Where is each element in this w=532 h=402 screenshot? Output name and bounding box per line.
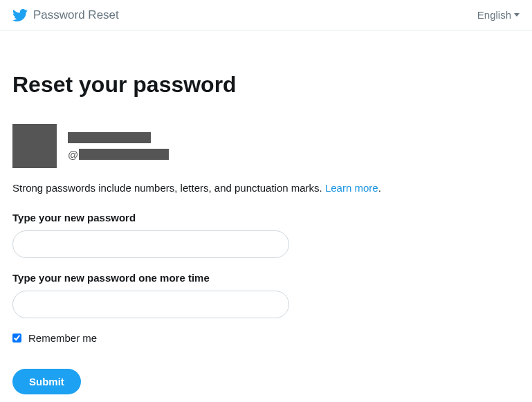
twitter-bird-icon — [12, 8, 28, 23]
submit-button[interactable]: Submit — [12, 369, 81, 394]
page-title: Reset your password — [12, 72, 520, 98]
handle-redacted — [79, 149, 169, 160]
user-text: @ — [68, 132, 169, 161]
remember-me-row: Remember me — [12, 332, 520, 344]
at-sign: @ — [68, 149, 78, 161]
user-info-block: @ — [12, 124, 520, 168]
learn-more-link[interactable]: Learn more — [325, 182, 378, 194]
language-label: English — [477, 9, 511, 21]
chevron-down-icon — [514, 13, 520, 17]
period: . — [378, 182, 381, 194]
header-title: Password Reset — [33, 8, 119, 22]
new-password-input[interactable] — [12, 230, 289, 258]
password-hint-text: Strong passwords include numbers, letter… — [12, 182, 520, 194]
confirm-password-input[interactable] — [12, 291, 289, 318]
language-selector[interactable]: English — [477, 9, 520, 21]
main-content: Reset your password @ Strong passwords i… — [0, 30, 532, 402]
avatar — [12, 124, 57, 168]
header-bar: Password Reset English — [0, 0, 532, 30]
handle-row: @ — [68, 149, 169, 161]
hint-text: Strong passwords include numbers, letter… — [12, 182, 325, 194]
remember-me-checkbox[interactable] — [12, 334, 21, 342]
confirm-password-label: Type your new password one more time — [12, 272, 520, 284]
remember-me-label: Remember me — [28, 332, 97, 344]
header-left: Password Reset — [12, 8, 119, 23]
new-password-label: Type your new password — [12, 212, 520, 223]
display-name-redacted — [68, 132, 151, 143]
